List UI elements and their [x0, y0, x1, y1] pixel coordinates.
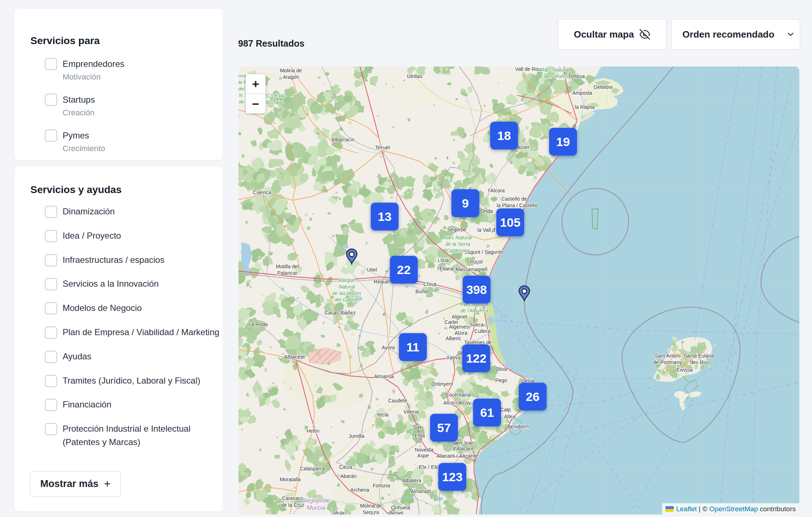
svg-text:Segorbe: Segorbe: [447, 227, 466, 232]
svg-text:Santa Eulària: Santa Eulària: [684, 353, 714, 359]
svg-text:Albarracín: Albarracín: [331, 137, 355, 142]
svg-text:Hellín: Hellín: [306, 428, 320, 434]
svg-text:del Gabriel: del Gabriel: [334, 297, 359, 303]
svg-text:d'Alacant: d'Alacant: [452, 446, 473, 452]
svg-text:Caudete: Caudete: [388, 398, 407, 403]
svg-text:Alzira: Alzira: [454, 330, 467, 336]
svg-text:ona: ona: [238, 73, 246, 78]
svg-text:Palancar: Palancar: [277, 270, 297, 276]
svg-text:Albatera: Albatera: [402, 478, 421, 483]
svg-text:Pego: Pego: [495, 377, 507, 383]
svg-text:Región de: Región de: [302, 497, 330, 504]
svg-text:Alginet: Alginet: [452, 314, 468, 320]
svg-text:Mula: Mula: [334, 510, 345, 514]
svg-text:Ayora: Ayora: [382, 345, 395, 350]
svg-text:de la Serra: de la Serra: [445, 241, 470, 247]
svg-text:Parc Natural: Parc Natural: [444, 235, 472, 240]
svg-text:Albacete: Albacete: [284, 354, 305, 360]
svg-text:Villena: Villena: [403, 409, 419, 415]
svg-text:Benidorm: Benidorm: [507, 424, 529, 430]
svg-text:Sant Antoni: Sant Antoni: [655, 353, 681, 359]
svg-text:Motilla del: Motilla del: [276, 264, 299, 269]
svg-text:de l'Albufera: de l'Albufera: [460, 308, 489, 313]
svg-text:Amposta: Amposta: [572, 90, 592, 96]
svg-text:Sagunt / Sagunto: Sagunt / Sagunto: [464, 249, 503, 255]
svg-text:Archena: Archena: [350, 487, 369, 493]
svg-text:Cuenca: Cuenca: [253, 189, 271, 195]
svg-text:Molina de: Molina de: [360, 503, 382, 509]
svg-text:Xàtiva: Xàtiva: [447, 355, 461, 360]
svg-text:Buñol: Buñol: [415, 289, 428, 294]
svg-text:Novelda: Novelda: [415, 447, 434, 453]
svg-text:Calasparra: Calasparra: [300, 466, 325, 471]
svg-text:Abarán: Abarán: [340, 473, 356, 479]
svg-text:Beniel: Beniel: [389, 510, 403, 514]
svg-text:del: del: [238, 86, 245, 91]
svg-text:Almoradí: Almoradí: [411, 488, 431, 494]
svg-text:Yecla: Yecla: [376, 412, 389, 418]
svg-text:Ontinyent: Ontinyent: [431, 381, 453, 387]
svg-text:Alcoi / Alcoy: Alcoi / Alcoy: [443, 400, 470, 406]
svg-text:Tortosa: Tortosa: [568, 73, 585, 79]
svg-text:Carlet: Carlet: [444, 319, 458, 325]
svg-text:de las Hoces: de las Hoces: [332, 290, 361, 296]
svg-text:la Ràpita: la Ràpita: [575, 104, 595, 110]
svg-text:Utiel: Utiel: [367, 267, 377, 273]
svg-text:Alberic: Alberic: [446, 336, 461, 341]
svg-text:Elda: Elda: [415, 433, 425, 439]
svg-text:Oliva: Oliva: [495, 366, 507, 372]
svg-text:Utrillas: Utrillas: [407, 73, 423, 79]
svg-text:Aspe: Aspe: [417, 453, 429, 458]
svg-text:Parc Natural: Parc Natural: [541, 67, 570, 73]
svg-text:Eivissa: Eivissa: [677, 367, 693, 373]
svg-text:La Roda: La Roda: [249, 321, 268, 327]
svg-text:Aragón: Aragón: [283, 74, 299, 80]
svg-text:Casas-Ibáñez: Casas-Ibáñez: [325, 310, 356, 316]
svg-text:l'Eliana: l'Eliana: [437, 266, 454, 272]
svg-text:Fortuna: Fortuna: [373, 483, 390, 488]
svg-text:Cocentaina: Cocentaina: [445, 392, 471, 398]
svg-text:Parque: Parque: [338, 277, 355, 283]
svg-text:Jumilla: Jumilla: [348, 433, 364, 439]
svg-text:Chiva: Chiva: [423, 281, 436, 287]
svg-text:Teruel: Teruel: [375, 144, 390, 150]
svg-text:Llíria: Llíria: [438, 257, 449, 263]
svg-text:l'Alcora: l'Alcora: [488, 188, 505, 193]
svg-text:Puçol: Puçol: [470, 259, 482, 265]
svg-text:Calderona: Calderona: [446, 248, 470, 253]
svg-text:Calp: Calp: [500, 407, 511, 413]
svg-text:Castelló de: Castelló de: [502, 196, 527, 202]
svg-text:de: de: [239, 99, 244, 104]
svg-text:Caravaca: Caravaca: [282, 495, 304, 501]
svg-text:Cullera: Cullera: [474, 328, 491, 334]
svg-text:Orihuela: Orihuela: [391, 505, 410, 510]
svg-text:Alacant / Alicante: Alacant / Alicante: [436, 453, 478, 459]
svg-text:dels Ports: dels Ports: [544, 73, 566, 79]
svg-text:Massamagrell: Massamagrell: [456, 266, 487, 272]
svg-text:la Plana / Castelló: la Plana / Castelló: [497, 202, 538, 208]
svg-text:Natural: Natural: [338, 284, 355, 290]
svg-text:Sax: Sax: [413, 424, 422, 430]
svg-text:Cieza: Cieza: [339, 464, 352, 470]
svg-text:Almansa: Almansa: [374, 373, 394, 379]
svg-text:Molina de: Molina de: [280, 68, 302, 73]
svg-text:Deltebre: Deltebre: [594, 84, 613, 90]
svg-text:Moratalla: Moratalla: [280, 477, 301, 482]
svg-text:N: N: [239, 93, 242, 98]
svg-text:Sueca: Sueca: [469, 322, 484, 328]
svg-text:Murcia: Murcia: [370, 513, 388, 514]
svg-text:Onda: Onda: [481, 208, 493, 214]
svg-text:de la Cruz: de la Cruz: [281, 502, 304, 508]
svg-text:Murcia: Murcia: [306, 504, 325, 511]
svg-text:de Portmany: de Portmany: [653, 359, 682, 365]
svg-text:Altea: Altea: [504, 414, 516, 419]
svg-text:des Riu: des Riu: [690, 359, 707, 365]
